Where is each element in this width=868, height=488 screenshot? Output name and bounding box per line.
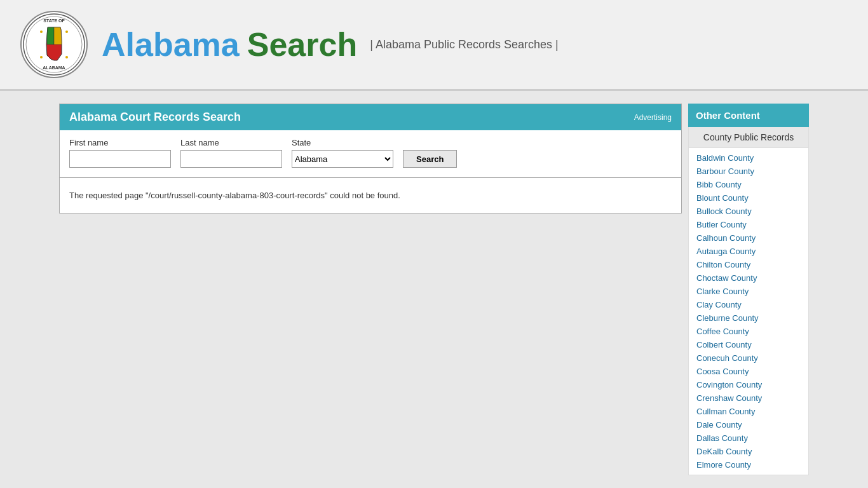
county-link[interactable]: Butler County [689, 218, 808, 231]
county-link[interactable]: Crenshaw County [689, 391, 808, 405]
county-link[interactable]: Autauga County [689, 245, 808, 258]
county-link[interactable]: Coosa County [689, 365, 808, 378]
state-label: State [292, 138, 393, 147]
error-message: The requested page "/court/russell-count… [69, 191, 672, 200]
state-select[interactable]: AlabamaAlaskaArizonaArkansasCaliforniaCo… [292, 150, 393, 168]
county-link[interactable]: Conecuh County [689, 351, 808, 365]
county-link[interactable]: Coffee County [689, 325, 808, 338]
error-box: The requested page "/court/russell-count… [59, 178, 682, 214]
advertising-label: Advertising [634, 113, 672, 122]
svg-text:ALABAMA: ALABAMA [43, 65, 65, 70]
county-link[interactable]: Chilton County [689, 258, 808, 271]
search-form: First name Last name State AlabamaAlaska… [60, 130, 681, 177]
main-layout: Alabama Court Records Search Advertising… [53, 104, 815, 475]
title-search: Search [247, 25, 357, 64]
county-link[interactable]: Clay County [689, 298, 808, 311]
sidebar: Other Content County Public Records Bald… [688, 104, 809, 475]
county-link[interactable]: Clarke County [689, 285, 808, 298]
county-link[interactable]: Cleburne County [689, 311, 808, 325]
svg-point-7 [40, 56, 43, 58]
search-button[interactable]: Search [403, 150, 457, 168]
county-link[interactable]: Calhoun County [689, 231, 808, 245]
last-name-label: Last name [180, 138, 282, 147]
center-panel: Alabama Court Records Search Advertising… [59, 104, 682, 475]
county-link[interactable]: DeKalb County [689, 445, 808, 458]
svg-point-5 [40, 30, 43, 33]
county-link[interactable]: Covington County [689, 378, 808, 391]
site-title: Alabama Search | Alabama Public Records … [102, 25, 559, 64]
svg-text:STATE OF: STATE OF [43, 18, 65, 23]
county-link[interactable]: Baldwin County [689, 151, 808, 165]
svg-point-8 [65, 56, 68, 58]
form-row: First name Last name State AlabamaAlaska… [69, 138, 672, 168]
county-records-header: County Public Records [689, 127, 808, 148]
alabama-seal: STATE OF ALABAMA [19, 10, 89, 79]
county-link[interactable]: Colbert County [689, 338, 808, 351]
search-section-title: Alabama Court Records Search [69, 111, 241, 124]
county-link[interactable]: Dallas County [689, 431, 808, 445]
search-box: Alabama Court Records Search Advertising… [59, 104, 682, 178]
state-group: State AlabamaAlaskaArizonaArkansasCalifo… [292, 138, 393, 168]
sidebar-header: Other Content [688, 104, 809, 127]
title-alabama: Alabama [102, 25, 240, 64]
county-link[interactable]: Cullman County [689, 405, 808, 418]
county-link[interactable]: Barbour County [689, 165, 808, 178]
county-link[interactable]: Dale County [689, 418, 808, 431]
county-link[interactable]: Choctaw County [689, 271, 808, 285]
county-list: Baldwin CountyBarbour CountyBibb CountyB… [689, 148, 808, 475]
page-header: STATE OF ALABAMA Alabama Search | Alabam… [0, 0, 868, 91]
county-link[interactable]: Elmore County [689, 458, 808, 471]
county-link[interactable]: Blount County [689, 191, 808, 205]
site-tagline: | Alabama Public Records Searches | [370, 38, 559, 51]
last-name-input[interactable] [180, 150, 282, 168]
sidebar-content: County Public Records Baldwin CountyBarb… [688, 127, 809, 475]
first-name-group: First name [69, 138, 171, 168]
first-name-label: First name [69, 138, 171, 147]
svg-point-6 [65, 30, 68, 33]
last-name-group: Last name [180, 138, 282, 168]
first-name-input[interactable] [69, 150, 171, 168]
search-header: Alabama Court Records Search Advertising [60, 104, 681, 130]
county-link[interactable]: Bibb County [689, 178, 808, 191]
county-link[interactable]: Bullock County [689, 205, 808, 218]
